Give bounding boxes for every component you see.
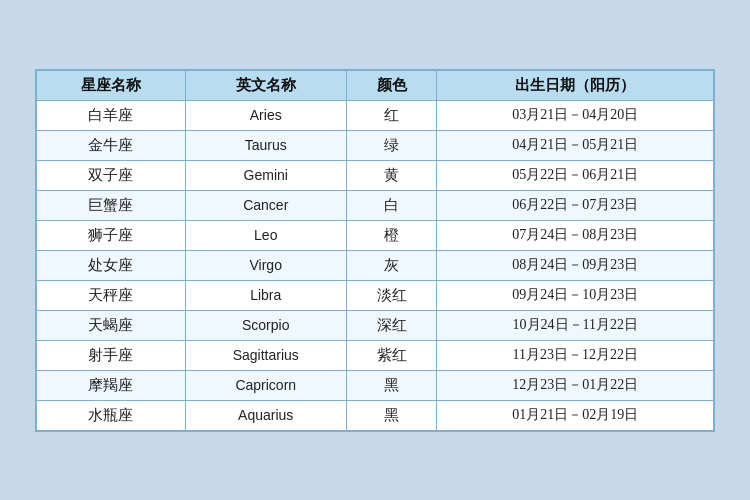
- table-row: 摩羯座Capricorn黑12月23日－01月22日: [37, 370, 714, 400]
- zodiac-table: 星座名称 英文名称 颜色 出生日期（阳历） 白羊座Aries红03月21日－04…: [36, 70, 714, 431]
- color-cell: 黑: [346, 370, 437, 400]
- zh-name-cell: 白羊座: [37, 100, 186, 130]
- color-cell: 橙: [346, 220, 437, 250]
- date-cell: 09月24日－10月23日: [437, 280, 714, 310]
- date-cell: 12月23日－01月22日: [437, 370, 714, 400]
- date-cell: 01月21日－02月19日: [437, 400, 714, 430]
- en-name-cell: Taurus: [185, 130, 346, 160]
- en-name-cell: Leo: [185, 220, 346, 250]
- date-cell: 03月21日－04月20日: [437, 100, 714, 130]
- zh-name-cell: 水瓶座: [37, 400, 186, 430]
- date-cell: 06月22日－07月23日: [437, 190, 714, 220]
- zh-name-cell: 射手座: [37, 340, 186, 370]
- zh-name-cell: 金牛座: [37, 130, 186, 160]
- color-cell: 黑: [346, 400, 437, 430]
- color-cell: 淡红: [346, 280, 437, 310]
- zh-name-cell: 巨蟹座: [37, 190, 186, 220]
- color-cell: 灰: [346, 250, 437, 280]
- en-name-cell: Gemini: [185, 160, 346, 190]
- table-row: 白羊座Aries红03月21日－04月20日: [37, 100, 714, 130]
- table-row: 金牛座Taurus绿04月21日－05月21日: [37, 130, 714, 160]
- en-name-cell: Scorpio: [185, 310, 346, 340]
- zh-name-cell: 处女座: [37, 250, 186, 280]
- table-row: 天秤座Libra淡红09月24日－10月23日: [37, 280, 714, 310]
- color-cell: 深红: [346, 310, 437, 340]
- header-en-name: 英文名称: [185, 70, 346, 100]
- en-name-cell: Aquarius: [185, 400, 346, 430]
- color-cell: 白: [346, 190, 437, 220]
- en-name-cell: Capricorn: [185, 370, 346, 400]
- color-cell: 紫红: [346, 340, 437, 370]
- header-color: 颜色: [346, 70, 437, 100]
- zodiac-table-wrapper: 星座名称 英文名称 颜色 出生日期（阳历） 白羊座Aries红03月21日－04…: [35, 69, 715, 432]
- color-cell: 绿: [346, 130, 437, 160]
- table-row: 天蝎座Scorpio深红10月24日－11月22日: [37, 310, 714, 340]
- zh-name-cell: 摩羯座: [37, 370, 186, 400]
- date-cell: 04月21日－05月21日: [437, 130, 714, 160]
- header-zh-name: 星座名称: [37, 70, 186, 100]
- table-row: 射手座Sagittarius紫红11月23日－12月22日: [37, 340, 714, 370]
- en-name-cell: Virgo: [185, 250, 346, 280]
- table-row: 双子座Gemini黄05月22日－06月21日: [37, 160, 714, 190]
- table-row: 巨蟹座Cancer白06月22日－07月23日: [37, 190, 714, 220]
- zh-name-cell: 天蝎座: [37, 310, 186, 340]
- en-name-cell: Sagittarius: [185, 340, 346, 370]
- table-row: 狮子座Leo橙07月24日－08月23日: [37, 220, 714, 250]
- zh-name-cell: 双子座: [37, 160, 186, 190]
- date-cell: 10月24日－11月22日: [437, 310, 714, 340]
- header-date: 出生日期（阳历）: [437, 70, 714, 100]
- table-header-row: 星座名称 英文名称 颜色 出生日期（阳历）: [37, 70, 714, 100]
- en-name-cell: Libra: [185, 280, 346, 310]
- en-name-cell: Aries: [185, 100, 346, 130]
- en-name-cell: Cancer: [185, 190, 346, 220]
- zh-name-cell: 狮子座: [37, 220, 186, 250]
- date-cell: 07月24日－08月23日: [437, 220, 714, 250]
- table-row: 处女座Virgo灰08月24日－09月23日: [37, 250, 714, 280]
- date-cell: 05月22日－06月21日: [437, 160, 714, 190]
- color-cell: 红: [346, 100, 437, 130]
- color-cell: 黄: [346, 160, 437, 190]
- date-cell: 11月23日－12月22日: [437, 340, 714, 370]
- zh-name-cell: 天秤座: [37, 280, 186, 310]
- table-row: 水瓶座Aquarius黑01月21日－02月19日: [37, 400, 714, 430]
- date-cell: 08月24日－09月23日: [437, 250, 714, 280]
